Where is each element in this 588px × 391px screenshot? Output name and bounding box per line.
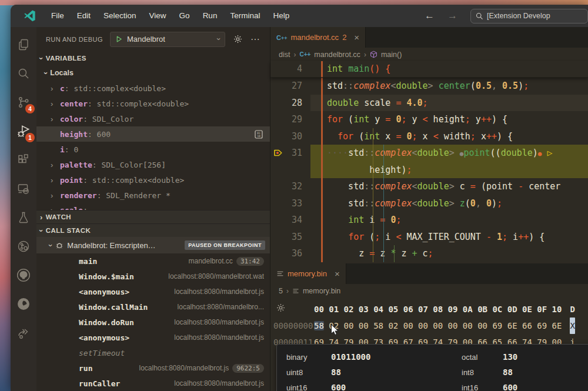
variable-row-scale[interactable]: ›scale: bbox=[36, 203, 270, 210]
debug-session-row[interactable]: › Mandelbrot: Emscripten… PAUSED ON BREA… bbox=[36, 237, 270, 253]
run-and-debug-activity-item[interactable]: 1 bbox=[12, 119, 35, 143]
variable-row-height[interactable]: height: 6000110 bbox=[36, 126, 270, 142]
sticky-scroll-line[interactable]: 4int main() { bbox=[270, 61, 588, 78]
tab-dirty-count: 2 bbox=[342, 33, 346, 42]
code-editor[interactable]: 27std::complex<double> center(0.5, 0.5);… bbox=[270, 78, 588, 263]
stack-frame-row[interactable]: runlocalhost:8080/mandelbrot.js9622:5 bbox=[36, 360, 270, 376]
variable-row-color[interactable]: ›color: SDL_Color bbox=[36, 111, 270, 126]
callstack-section-header[interactable]: › CALL STACK bbox=[36, 223, 270, 237]
chevron-down-icon: › bbox=[46, 244, 55, 246]
variable-row-palette[interactable]: ›palette: SDL_Color[256] bbox=[36, 157, 270, 172]
paused-breakpoint-icon[interactable] bbox=[273, 148, 283, 158]
variable-row-point[interactable]: ›point: std::complex<double> bbox=[36, 172, 270, 188]
code-line-32[interactable]: 32 std::complex<double> c = (point - cen… bbox=[270, 178, 588, 195]
locals-scope[interactable]: › Locals bbox=[36, 65, 270, 81]
title-bar: FileEditSelectionViewGoRunTerminalHelp ←… bbox=[11, 5, 588, 27]
close-icon[interactable]: × bbox=[335, 269, 340, 279]
testing-icon bbox=[16, 210, 31, 225]
breadcrumb-item[interactable]: mandelbrot.cc bbox=[314, 51, 360, 59]
variables-section-header[interactable]: › VARIABLES bbox=[36, 51, 270, 65]
edge-devtools-activity-item[interactable] bbox=[12, 292, 35, 316]
watch-section-header[interactable]: › WATCH bbox=[36, 210, 270, 223]
menu-view[interactable]: View bbox=[143, 11, 173, 20]
launch-config-dropdown[interactable]: Mandelbrot › bbox=[110, 32, 225, 47]
code-line-36[interactable]: 36 z = z * z + c; bbox=[270, 245, 588, 262]
menu-selection[interactable]: Selection bbox=[97, 11, 143, 20]
menu-run[interactable]: Run bbox=[196, 11, 224, 20]
menu-go[interactable]: Go bbox=[173, 11, 196, 20]
frame-line-badge: 9622:5 bbox=[232, 364, 264, 373]
stack-frame-row[interactable]: setTimeout bbox=[36, 345, 270, 360]
stack-frame-row[interactable]: <anonymous>localhost:8080/mandelbrot.js bbox=[36, 284, 270, 299]
extensions-activity-item[interactable] bbox=[12, 148, 35, 172]
menu-help[interactable]: Help bbox=[266, 11, 296, 20]
binary-view-icon[interactable]: 0110 bbox=[255, 130, 263, 139]
variable-name: height bbox=[60, 130, 88, 139]
remote-explorer-activity-item[interactable] bbox=[12, 177, 35, 200]
line-number: 31 bbox=[270, 145, 310, 162]
code-line-28[interactable]: 28double scale = 4.0; bbox=[270, 95, 588, 112]
code-line-text: std::complex<double> c = (point - center bbox=[310, 178, 588, 195]
testing-activity-item[interactable] bbox=[12, 206, 35, 229]
code-line-wrap[interactable]: height); bbox=[270, 162, 588, 179]
selected-byte[interactable]: 58 bbox=[314, 321, 324, 330]
hex-data-row[interactable]: 0000000058 02 00 00 58 02 00 00 00 00 00… bbox=[270, 318, 588, 334]
tooltip-label: uint16 bbox=[286, 383, 331, 391]
search-activity-item[interactable] bbox=[12, 62, 35, 85]
code-line-27[interactable]: 27std::complex<double> center(0.5, 0.5); bbox=[270, 78, 588, 95]
explorer-activity-item[interactable] bbox=[12, 33, 35, 56]
menu-file[interactable]: File bbox=[45, 11, 71, 20]
hex-address: 00000000 bbox=[273, 318, 313, 334]
debug-settings-gear-icon[interactable] bbox=[233, 35, 242, 44]
breadcrumb-item[interactable]: memory.bin bbox=[303, 287, 340, 295]
source-control-graph-activity-item[interactable] bbox=[12, 235, 35, 258]
menu-edit[interactable]: Edit bbox=[71, 11, 97, 20]
source-control-activity-item[interactable]: 4 bbox=[12, 91, 35, 114]
frame-location: mandelbrot.cc bbox=[189, 257, 233, 265]
stack-frame-row[interactable]: <anonymous>localhost:8080/mandelbrot.js bbox=[36, 330, 270, 345]
forward-arrow-icon[interactable]: → bbox=[447, 10, 457, 22]
variable-name: c bbox=[60, 84, 65, 93]
variable-row-c[interactable]: ›c: std::complex<double> bbox=[36, 81, 270, 96]
code-line-31[interactable]: 31····std::complex<double> ●point((doubl… bbox=[270, 145, 588, 162]
live-share-icon bbox=[16, 326, 31, 340]
live-share-activity-item[interactable] bbox=[12, 321, 35, 345]
github-activity-item[interactable] bbox=[12, 263, 35, 287]
breadcrumb[interactable]: dist›C++mandelbrot.cc›main() bbox=[270, 48, 588, 61]
code-line-30[interactable]: 30 for (int x = 0; x < width; x++) { bbox=[270, 128, 588, 145]
stack-frame-row[interactable]: Window.doRunlocalhost:8080/mandelbrot.js bbox=[36, 315, 270, 330]
memory-breadcrumb[interactable]: 5›memory.bin bbox=[270, 284, 588, 298]
breadcrumb-item[interactable]: main() bbox=[381, 51, 402, 59]
code-line-35[interactable]: 35 for (; i < MAX_ITER_COUNT - 1; i++) { bbox=[270, 229, 588, 246]
menu-terminal[interactable]: Terminal bbox=[223, 11, 266, 20]
chevron-right-icon: › bbox=[293, 51, 296, 59]
stack-frame-row[interactable]: runCallerlocalhost:8080/mandelbrot.js bbox=[36, 376, 270, 391]
breadcrumb-item[interactable]: dist bbox=[279, 51, 290, 59]
back-arrow-icon[interactable]: ← bbox=[425, 10, 435, 22]
stack-frame-row[interactable]: Window.$mainlocalhost:8080/mandelbrot.wa… bbox=[36, 269, 270, 284]
hex-header-row: 00 01 02 03 04 05 06 07 08 09 0A 0B 0C 0… bbox=[270, 301, 588, 318]
variable-row-center[interactable]: ›center: std::complex<double> bbox=[36, 96, 270, 111]
breadcrumb-item[interactable]: 5 bbox=[279, 287, 283, 295]
variable-row-i[interactable]: i: 0 bbox=[36, 142, 270, 157]
cpp-file-icon: C++ bbox=[276, 34, 287, 41]
watch-section-label: WATCH bbox=[46, 213, 71, 220]
stack-frame-row[interactable]: Window.callMainlocalhost:8080/mandelbro.… bbox=[36, 299, 270, 315]
variable-row-renderer[interactable]: ›renderer: SDL_Renderer * bbox=[36, 188, 270, 203]
chevron-down-icon: › bbox=[37, 57, 46, 60]
search-icon bbox=[16, 66, 31, 81]
close-icon[interactable]: × bbox=[354, 32, 359, 42]
tooltip-value: 88 bbox=[331, 367, 462, 377]
code-line-34[interactable]: 34 int i = 0; bbox=[270, 212, 588, 229]
command-center-search[interactable]: [Extension Develop bbox=[470, 9, 588, 24]
code-line-29[interactable]: 29for (int y = 0; y < height; y++) { bbox=[270, 111, 588, 128]
tab-mandelbrot-cc[interactable]: C++ mandelbrot.cc 2 × bbox=[270, 27, 366, 48]
stack-frame-row[interactable]: mainmandelbrot.cc31:42 bbox=[36, 253, 270, 269]
tab-memory-bin[interactable]: memory.bin × bbox=[270, 263, 346, 284]
hex-settings-gear-icon[interactable] bbox=[276, 303, 285, 312]
more-actions-icon[interactable]: ··· bbox=[250, 34, 260, 45]
hex-bytes[interactable]: 58 02 00 00 58 02 00 00 00 00 00 00 69 6… bbox=[270, 318, 562, 334]
locals-label: Locals bbox=[50, 69, 74, 77]
tooltip-label: uint8 bbox=[286, 368, 331, 377]
code-line-33[interactable]: 33 std::complex<double> z(0, 0); bbox=[270, 195, 588, 212]
